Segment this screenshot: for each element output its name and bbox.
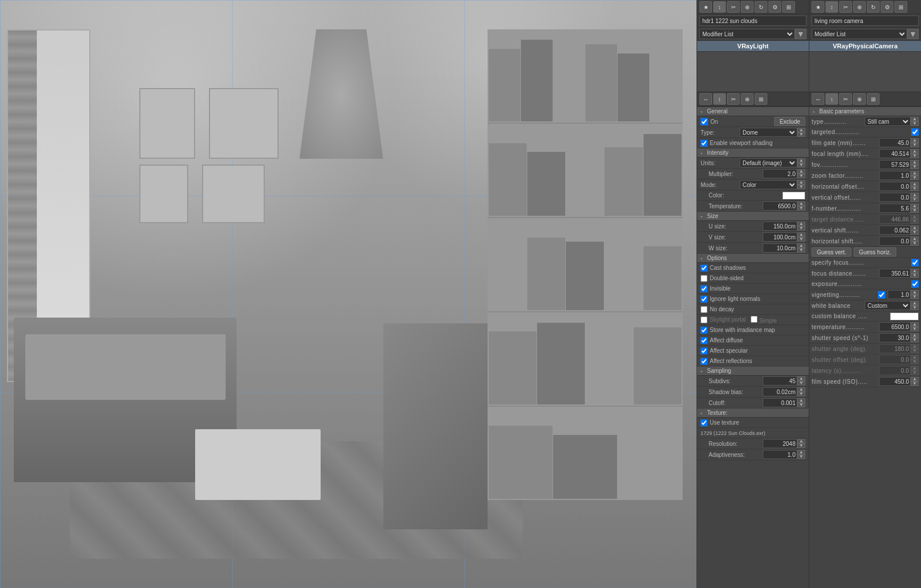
fnumber-spin-down[interactable]: ▼ bbox=[911, 208, 919, 213]
temperature-spin-down-cam[interactable]: ▼ bbox=[911, 327, 919, 331]
camera-icon-btn-6[interactable]: ⚙ bbox=[881, 1, 893, 13]
cutoff-spin-down[interactable]: ▼ bbox=[797, 403, 805, 407]
light-rotate-btn[interactable]: ↕ bbox=[713, 93, 726, 105]
film-speed-input[interactable] bbox=[879, 377, 911, 386]
affect-reflections-checkbox[interactable] bbox=[701, 358, 707, 365]
shutter-angle-input[interactable] bbox=[879, 344, 911, 353]
focus-dist-input[interactable] bbox=[879, 269, 911, 278]
ignore-normals-checkbox[interactable] bbox=[701, 296, 707, 303]
target-dist-spin-down[interactable]: ▼ bbox=[911, 219, 919, 224]
light-icon-btn-2[interactable]: ↕ bbox=[713, 1, 726, 13]
camera-modifier-select[interactable]: Modifier List bbox=[812, 29, 907, 39]
exposure-checkbox[interactable] bbox=[911, 280, 919, 288]
focal-length-input[interactable] bbox=[879, 149, 911, 158]
type-select[interactable]: Dome bbox=[740, 128, 797, 137]
light-icon-btn-3[interactable]: ✂ bbox=[727, 1, 740, 13]
targeted-checkbox[interactable] bbox=[911, 128, 919, 136]
specify-focus-checkbox[interactable] bbox=[911, 259, 919, 266]
camera-rotate-btn[interactable]: ↕ bbox=[825, 93, 838, 105]
affect-specular-checkbox[interactable] bbox=[701, 348, 707, 354]
enable-viewport-checkbox[interactable] bbox=[701, 140, 707, 147]
horiz-shift-spin-down[interactable]: ▼ bbox=[911, 241, 919, 246]
invisible-checkbox[interactable] bbox=[701, 285, 707, 292]
camera-scale-btn[interactable]: ✂ bbox=[839, 93, 852, 105]
adaptiveness-input[interactable] bbox=[763, 450, 797, 459]
light-icon-btn-7[interactable]: ⊞ bbox=[782, 1, 795, 13]
latency-spin-down[interactable]: ▼ bbox=[911, 371, 919, 375]
guess-horiz-button[interactable]: Guess horiz. bbox=[854, 247, 896, 257]
custom-balance-color[interactable] bbox=[890, 312, 919, 320]
camera-modifier-add-btn[interactable]: ▼ bbox=[907, 29, 919, 39]
film-gate-input[interactable] bbox=[879, 138, 911, 147]
guess-vert-button[interactable]: Guess vert. bbox=[812, 247, 851, 257]
light-pin-btn[interactable]: ⊕ bbox=[741, 93, 753, 105]
temp-spin-down[interactable]: ▼ bbox=[797, 206, 805, 211]
use-texture-checkbox[interactable] bbox=[701, 419, 707, 426]
fnumber-input[interactable] bbox=[879, 204, 911, 213]
section-intensity-header[interactable]: Intensity bbox=[697, 148, 809, 158]
simple-checkbox[interactable] bbox=[751, 316, 758, 323]
mode-select[interactable]: Color bbox=[740, 180, 797, 189]
mode-spin-down[interactable]: ▼ bbox=[797, 185, 805, 189]
vert-offset-spin-down[interactable]: ▼ bbox=[911, 197, 919, 202]
shutter-offset-spin-down[interactable]: ▼ bbox=[911, 360, 919, 364]
shutter-angle-spin-down[interactable]: ▼ bbox=[911, 349, 919, 353]
shutter-offset-input[interactable] bbox=[879, 355, 911, 364]
subdivs-spin-down[interactable]: ▼ bbox=[797, 381, 805, 385]
section-texture-header[interactable]: Texture: bbox=[697, 408, 809, 418]
horiz-shift-input[interactable] bbox=[879, 236, 911, 246]
wsize-input[interactable] bbox=[763, 243, 797, 253]
light-modifier-select[interactable]: Modifier List bbox=[699, 29, 795, 39]
cast-shadows-checkbox[interactable] bbox=[701, 265, 707, 272]
zoom-factor-spin-down[interactable]: ▼ bbox=[911, 175, 919, 180]
shutter-speed-input[interactable] bbox=[879, 333, 911, 342]
affect-diffuse-checkbox[interactable] bbox=[701, 337, 707, 344]
temperature-input-cam[interactable] bbox=[879, 322, 911, 331]
camera-name-input[interactable] bbox=[812, 16, 919, 26]
light-modifier-add-btn[interactable]: ▼ bbox=[795, 29, 806, 39]
vert-shift-spin-down[interactable]: ▼ bbox=[911, 230, 919, 235]
skylight-portal-checkbox[interactable] bbox=[701, 316, 707, 323]
adaptiveness-spin-down[interactable]: ▼ bbox=[797, 455, 805, 459]
camera-icon-btn-1[interactable]: ★ bbox=[812, 1, 824, 13]
camera-icon-btn-3[interactable]: ✂ bbox=[839, 1, 852, 13]
exclude-button[interactable]: Exclude bbox=[774, 117, 805, 126]
light-name-input[interactable] bbox=[699, 16, 806, 26]
section-basic-header[interactable]: Basic parameters bbox=[809, 107, 921, 116]
on-checkbox[interactable] bbox=[701, 118, 708, 125]
horiz-offset-input[interactable] bbox=[879, 182, 911, 191]
focal-length-spin-down[interactable]: ▼ bbox=[911, 154, 919, 158]
no-decay-checkbox[interactable] bbox=[701, 306, 707, 313]
vsize-spin-down[interactable]: ▼ bbox=[797, 237, 805, 242]
color-swatch[interactable] bbox=[782, 192, 805, 200]
vert-shift-input[interactable] bbox=[879, 226, 911, 235]
latency-input[interactable] bbox=[879, 366, 911, 375]
light-icon-btn-1[interactable]: ★ bbox=[699, 1, 712, 13]
light-icon-btn-6[interactable]: ⚙ bbox=[768, 1, 781, 13]
horiz-offset-spin-down[interactable]: ▼ bbox=[911, 186, 919, 191]
vignetting-spin-down[interactable]: ▼ bbox=[911, 295, 919, 299]
temperature-input[interactable] bbox=[763, 201, 797, 211]
camera-icon-btn-4[interactable]: ⊕ bbox=[853, 1, 866, 13]
shadow-bias-input[interactable] bbox=[763, 387, 797, 396]
type-spin-down[interactable]: ▼ bbox=[797, 132, 805, 137]
light-icon-btn-5[interactable]: ↻ bbox=[755, 1, 767, 13]
section-options-header[interactable]: Options bbox=[697, 254, 809, 263]
light-move-btn[interactable]: ↔ bbox=[699, 93, 712, 105]
camera-icon-btn-2[interactable]: ↕ bbox=[825, 1, 838, 13]
focus-dist-spin-down[interactable]: ▼ bbox=[911, 273, 919, 278]
shutter-speed-spin-down[interactable]: ▼ bbox=[911, 338, 919, 342]
white-balance-spin-down[interactable]: ▼ bbox=[911, 306, 919, 310]
units-select[interactable]: Default (image) bbox=[740, 158, 797, 167]
camera-pin-btn[interactable]: ⊕ bbox=[853, 93, 866, 105]
units-spin-down[interactable]: ▼ bbox=[797, 163, 805, 167]
wsize-spin-down[interactable]: ▼ bbox=[797, 248, 805, 253]
fov-spin-down[interactable]: ▼ bbox=[911, 165, 919, 169]
camera-snap-btn[interactable]: ⊞ bbox=[867, 93, 880, 105]
type-select-cam[interactable]: Still cam bbox=[865, 117, 911, 126]
section-general-header[interactable]: General bbox=[697, 107, 809, 116]
film-gate-spin-down[interactable]: ▼ bbox=[911, 143, 919, 147]
camera-icon-btn-5[interactable]: ↻ bbox=[867, 1, 880, 13]
shadow-bias-spin-down[interactable]: ▼ bbox=[797, 392, 805, 396]
zoom-factor-input[interactable] bbox=[879, 171, 911, 180]
